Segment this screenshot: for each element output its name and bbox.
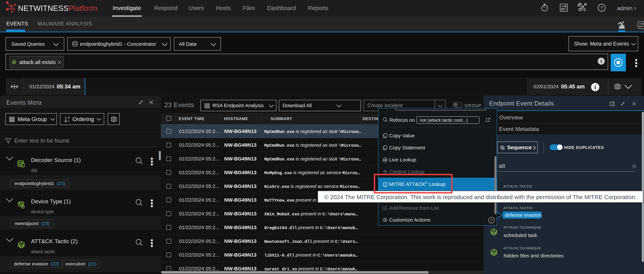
svg-text:?: ? [490, 218, 492, 223]
svg-text:i: i [600, 59, 602, 64]
svg-text:LIVE: LIVE [384, 159, 386, 161]
svg-text:A: A [68, 116, 70, 119]
svg-text:Z: Z [68, 120, 70, 123]
svg-text:?: ? [600, 5, 603, 10]
svg-text:i: i [594, 84, 596, 90]
